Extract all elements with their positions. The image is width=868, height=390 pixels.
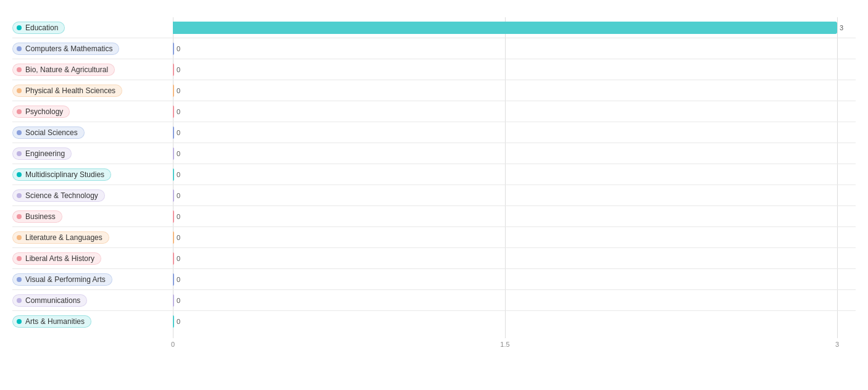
- bar-fill: [173, 294, 174, 307]
- bar-label-text: Engineering: [25, 149, 65, 158]
- bar-value-label: 0: [177, 87, 180, 94]
- bar-track: 0: [173, 38, 856, 59]
- bar-label: Social Sciences: [12, 127, 173, 139]
- bar-track: 0: [173, 101, 856, 122]
- bar-row: Engineering0: [12, 143, 856, 164]
- bar-track: 0: [173, 164, 856, 185]
- bar-fill: [173, 64, 174, 76]
- bar-fill: [173, 315, 174, 328]
- bar-label-text: Science & Technology: [25, 191, 98, 200]
- bar-fill: [173, 127, 174, 139]
- bar-row: Business0: [12, 206, 856, 227]
- bar-label-text: Communications: [25, 296, 80, 305]
- bar-label-text: Business: [25, 212, 56, 221]
- bar-fill: [173, 168, 174, 181]
- bar-label: Communications: [12, 294, 173, 307]
- bar-value-label: 0: [177, 234, 180, 241]
- bar-fill: [173, 22, 837, 34]
- bar-value-label: 0: [177, 276, 180, 283]
- bar-track: 0: [173, 122, 856, 143]
- bar-track: 0: [173, 143, 856, 164]
- bar-track: 0: [173, 206, 856, 227]
- bar-row: Arts & Humanities0: [12, 311, 856, 332]
- bar-value-label: 0: [177, 171, 180, 178]
- x-axis-label: 0: [171, 341, 175, 348]
- bar-value-label: 0: [177, 213, 180, 220]
- bar-fill: [173, 273, 174, 286]
- bar-label-text: Education: [25, 23, 58, 32]
- bar-fill: [173, 147, 174, 160]
- bar-fill: [173, 43, 174, 55]
- bar-label: Business: [12, 210, 173, 223]
- bar-track: 0: [173, 185, 856, 206]
- chart-area: Education3Computers & Mathematics0Bio, N…: [12, 17, 856, 362]
- bar-row: Bio, Nature & Agricultural0: [12, 59, 856, 80]
- bar-label-text: Social Sciences: [25, 128, 78, 137]
- bar-label-text: Liberal Arts & History: [25, 254, 94, 263]
- bar-label-text: Literature & Languages: [25, 233, 102, 242]
- bar-value-label: 0: [177, 192, 180, 199]
- bar-label-text: Computers & Mathematics: [25, 44, 112, 53]
- bar-label: Education: [12, 22, 173, 34]
- bar-value-label: 0: [177, 66, 180, 73]
- bar-fill: [173, 85, 174, 97]
- bar-row: Visual & Performing Arts0: [12, 269, 856, 290]
- bar-value-label: 0: [177, 45, 180, 52]
- bar-value-label: 3: [840, 24, 843, 31]
- bar-label: Literature & Languages: [12, 231, 173, 244]
- bar-value-label: 0: [177, 150, 180, 157]
- bar-label: Visual & Performing Arts: [12, 273, 173, 286]
- bar-track: 0: [173, 269, 856, 290]
- bar-row: Literature & Languages0: [12, 227, 856, 248]
- bar-fill: [173, 210, 174, 223]
- bar-label-text: Visual & Performing Arts: [25, 275, 106, 284]
- x-axis-label: 1.5: [500, 341, 509, 348]
- x-axis-label: 3: [835, 341, 839, 348]
- bar-label: Physical & Health Sciences: [12, 85, 173, 97]
- bar-label-text: Multidisciplinary Studies: [25, 170, 104, 179]
- bar-value-label: 0: [177, 318, 180, 325]
- bar-track: 0: [173, 290, 856, 311]
- bar-track: 0: [173, 311, 856, 332]
- bar-label: Computers & Mathematics: [12, 43, 173, 55]
- bar-track: 0: [173, 248, 856, 269]
- bar-row: Computers & Mathematics0: [12, 38, 856, 59]
- bar-value-label: 0: [177, 108, 180, 115]
- bar-label-text: Physical & Health Sciences: [25, 86, 115, 95]
- bar-label-text: Arts & Humanities: [25, 317, 85, 326]
- bar-fill: [173, 189, 174, 202]
- bar-row: Liberal Arts & History0: [12, 248, 856, 269]
- bar-fill: [173, 231, 174, 244]
- bar-row: Education3: [12, 17, 856, 38]
- bar-fill: [173, 106, 174, 118]
- bar-label: Engineering: [12, 147, 173, 160]
- bar-label: Psychology: [12, 106, 173, 118]
- bar-track: 0: [173, 227, 856, 248]
- chart-container: Education3Computers & Mathematics0Bio, N…: [0, 0, 868, 390]
- bar-label-text: Bio, Nature & Agricultural: [25, 65, 108, 74]
- bar-fill: [173, 252, 174, 265]
- bar-row: Multidisciplinary Studies0: [12, 164, 856, 185]
- bar-label: Arts & Humanities: [12, 315, 173, 328]
- bar-value-label: 0: [177, 255, 180, 262]
- bar-row: Communications0: [12, 290, 856, 311]
- bar-row: Science & Technology0: [12, 185, 856, 206]
- bar-value-label: 0: [177, 129, 180, 136]
- bar-row: Physical & Health Sciences0: [12, 80, 856, 101]
- bar-value-label: 0: [177, 297, 180, 304]
- bar-row: Psychology0: [12, 101, 856, 122]
- bar-label: Bio, Nature & Agricultural: [12, 64, 173, 76]
- bar-track: 3: [173, 17, 856, 38]
- bar-label: Science & Technology: [12, 189, 173, 202]
- bar-chart: Education3Computers & Mathematics0Bio, N…: [12, 17, 856, 338]
- bar-label-text: Psychology: [25, 107, 63, 116]
- bar-track: 0: [173, 59, 856, 80]
- bar-label: Liberal Arts & History: [12, 252, 173, 265]
- bar-label: Multidisciplinary Studies: [12, 168, 173, 181]
- bar-track: 0: [173, 80, 856, 101]
- bar-row: Social Sciences0: [12, 122, 856, 143]
